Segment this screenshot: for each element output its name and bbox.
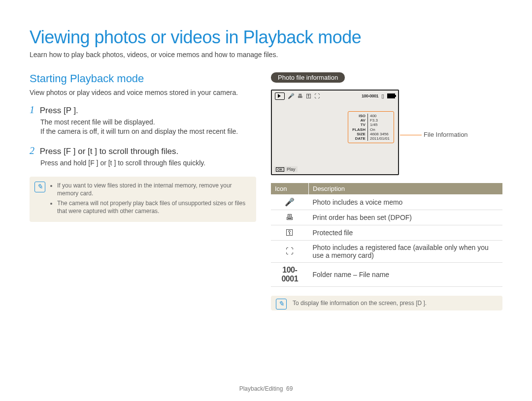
note-box-small: ✎ To display file information on the scr…: [271, 296, 502, 310]
info-key: AV: [351, 118, 367, 123]
note-icon: ✎: [276, 299, 287, 309]
lock-icon: ⚿: [271, 225, 309, 241]
info-val: 1/45: [367, 123, 391, 127]
info-val: On: [367, 127, 391, 132]
page-footer: Playback/Editing 69: [0, 385, 532, 392]
callout-label: File Information: [424, 131, 468, 138]
note-text: To display file information on the scree…: [293, 300, 427, 307]
table-row: ⛶ Photo includes a registered face (avai…: [271, 241, 502, 263]
table-row: 100-0001 Folder name – File name: [271, 263, 502, 287]
row-desc: Folder name – File name: [309, 263, 503, 287]
row-desc: Print order has been set (DPOF): [309, 210, 503, 225]
step-detail: If the camera is off, it will turn on an…: [40, 127, 256, 136]
table-row: 🖶 Print order has been set (DPOF): [271, 210, 502, 225]
info-val: 2011/01/01: [367, 136, 391, 141]
face-icon: ⛶: [271, 241, 309, 263]
step-detail: Press and hold [F ] or [t ] to scroll th…: [40, 158, 256, 168]
callout-line: [400, 135, 422, 135]
footer-section: Playback/Editing: [239, 385, 283, 392]
lcd-bottom-bar: OK Play: [274, 166, 298, 172]
footer-page: 69: [286, 385, 293, 392]
face-icon: ⛶: [314, 93, 320, 99]
icon-description-table: Icon Description 🎤 Photo includes a voic…: [271, 183, 502, 287]
info-key: ISO: [351, 114, 367, 118]
print-icon: 🖶: [298, 93, 303, 99]
step-text: Press [F ] or [t ] to scroll through fil…: [40, 147, 179, 156]
note-box: ✎ If you want to view files stored in th…: [30, 177, 256, 222]
right-column: Photo file information 🎤 🖶 ⚿ ⛶ 100-0001 …: [271, 72, 502, 310]
section-desc: View photos or play videos and voice mem…: [30, 88, 256, 97]
battery-icon: [387, 93, 395, 98]
info-val: F3.3: [367, 118, 391, 123]
play-icon: [275, 93, 285, 100]
ok-badge: OK: [276, 167, 284, 172]
table-row: 🎤 Photo includes a voice memo: [271, 194, 502, 210]
step-text: Press [P ].: [40, 106, 78, 115]
mic-icon: 🎤: [288, 93, 295, 99]
info-val: 400: [367, 114, 391, 118]
row-desc: Photo includes a registered face (availa…: [309, 241, 503, 263]
info-key: TV: [351, 123, 367, 127]
info-key: DATE: [351, 136, 367, 141]
info-val: 4608 3456: [367, 132, 391, 136]
card-icon: ▯: [381, 93, 384, 99]
lock-icon: ⚿: [306, 93, 311, 99]
info-key: SIZE: [351, 132, 367, 136]
page-subtitle: Learn how to play back photos, videos, o…: [30, 51, 502, 59]
section-pill: Photo file information: [271, 72, 345, 83]
table-row: ⚿ Protected file: [271, 225, 502, 241]
left-column: Starting Playback mode View photos or pl…: [30, 72, 256, 310]
step-detail: The most recent file will be displayed.: [40, 118, 256, 127]
step-number: 1: [30, 104, 34, 115]
lcd-illustration: 🎤 🖶 ⚿ ⛶ 100-0001 ▯ ISO400 AVF3.3 TV: [271, 90, 419, 175]
note-item: The camera will not properly play back f…: [57, 199, 249, 215]
folder-file-icon: 100-0001: [271, 263, 309, 287]
step-2: 2 Press [F ] or [t ] to scroll through f…: [30, 145, 256, 168]
file-info-box: ISO400 AVF3.3 TV1/45 FLASHOn SIZE4608 34…: [348, 111, 394, 143]
page-title: Viewing photos or videos in Playback mod…: [30, 27, 502, 48]
note-icon: ✎: [34, 182, 45, 192]
print-icon: 🖶: [271, 210, 309, 225]
info-key: FLASH: [351, 127, 367, 132]
row-desc: Photo includes a voice memo: [309, 194, 503, 210]
row-desc: Protected file: [309, 225, 503, 241]
folder-file-label: 100-0001: [362, 93, 378, 98]
table-header-desc: Description: [309, 183, 503, 194]
step-number: 2: [30, 145, 34, 156]
mic-icon: 🎤: [271, 194, 309, 210]
table-header-icon: Icon: [271, 183, 309, 194]
play-label: Play: [287, 167, 296, 172]
section-heading: Starting Playback mode: [30, 72, 256, 85]
note-item: If you want to view files stored in the …: [57, 182, 249, 197]
step-1: 1 Press [P ]. The most recent file will …: [30, 104, 256, 136]
